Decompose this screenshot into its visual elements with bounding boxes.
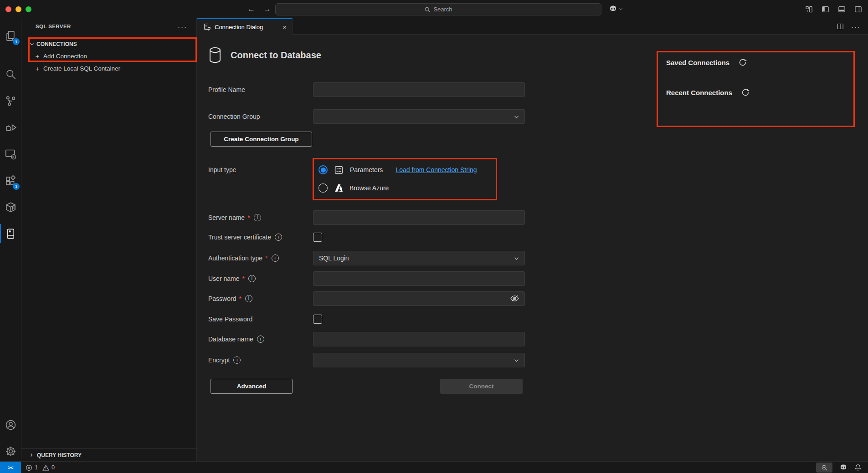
tab-close-icon[interactable]: ×: [282, 23, 287, 31]
customize-layout-icon[interactable]: [805, 5, 813, 13]
connection-dialog-tab-icon: [204, 23, 211, 31]
toggle-secondary-sidebar-icon[interactable]: [854, 5, 862, 13]
profile-name-label: Profile Name: [208, 86, 245, 93]
chevron-down-icon: [514, 357, 519, 363]
zoom-status-button[interactable]: [816, 463, 832, 473]
chevron-down-icon: [619, 7, 623, 11]
sql-server-view-icon[interactable]: [0, 223, 21, 244]
copilot-icon: [609, 5, 617, 13]
saved-connections-label: Saved Connections: [666, 59, 729, 66]
server-name-input[interactable]: [313, 210, 525, 225]
password-input[interactable]: [313, 291, 525, 306]
trust-server-certificate-checkbox[interactable]: [313, 233, 322, 242]
forward-button[interactable]: →: [263, 0, 271, 18]
copilot-menu[interactable]: [609, 5, 623, 13]
info-icon[interactable]: [257, 336, 264, 343]
problems-status[interactable]: 1 0: [26, 462, 55, 473]
run-debug-icon[interactable]: [0, 117, 21, 138]
required-marker: *: [247, 214, 250, 221]
required-marker: *: [242, 275, 244, 282]
remote-icon: ><: [8, 465, 13, 470]
azure-icon: [334, 183, 343, 193]
extensions-icon[interactable]: 1: [0, 170, 21, 192]
input-type-label: Input type: [208, 166, 236, 173]
primary-sidebar: SQL SERVER ··· CONNECTIONS + Add Connect…: [21, 18, 197, 461]
connections-section-header[interactable]: CONNECTIONS: [21, 38, 196, 50]
connect-button[interactable]: Connect: [440, 379, 523, 394]
remote-indicator[interactable]: ><: [0, 462, 21, 473]
explorer-icon[interactable]: 1: [0, 25, 21, 47]
user-name-input[interactable]: [313, 271, 525, 286]
close-window-button[interactable]: [5, 6, 11, 12]
connection-group-select[interactable]: [313, 109, 525, 124]
save-password-checkbox[interactable]: [313, 315, 322, 324]
database-name-input[interactable]: [313, 332, 525, 346]
title-bar: ← → Search: [0, 0, 868, 18]
copilot-status-icon[interactable]: [839, 463, 847, 472]
sidebar-more-actions[interactable]: ···: [178, 23, 187, 31]
advanced-button[interactable]: Advanced: [211, 379, 293, 394]
status-bar: >< 1 0: [0, 461, 868, 473]
parameters-icon: [334, 165, 344, 175]
remote-explorer-icon[interactable]: [0, 143, 21, 165]
extensions-badge: 1: [13, 183, 20, 190]
info-icon[interactable]: [275, 234, 282, 241]
toggle-primary-sidebar-icon[interactable]: [822, 5, 829, 13]
connection-dialog-form: Connect to Database Profile Name Connect…: [208, 35, 527, 444]
container-tools-icon[interactable]: [0, 196, 21, 218]
editor-more-actions[interactable]: ···: [851, 23, 861, 31]
info-icon[interactable]: [248, 275, 256, 282]
dialog-heading: Connect to Database: [231, 50, 321, 61]
plus-icon: +: [35, 52, 40, 60]
required-marker: *: [265, 254, 267, 262]
password-label: Password: [208, 295, 236, 302]
create-connection-group-button[interactable]: Create Connection Group: [211, 132, 312, 147]
encrypt-select[interactable]: [313, 353, 525, 367]
query-history-section-header[interactable]: QUERY HISTORY: [21, 448, 196, 461]
browse-azure-option-label[interactable]: Browse Azure: [349, 184, 389, 192]
add-connection-item[interactable]: + Add Connection: [21, 50, 196, 62]
server-name-label: Server name: [208, 214, 245, 221]
trust-server-certificate-label: Trust server certificate: [208, 234, 271, 241]
info-icon[interactable]: [245, 295, 252, 302]
browse-azure-radio[interactable]: [318, 183, 328, 193]
toggle-panel-icon[interactable]: [838, 5, 846, 13]
sidebar-header: SQL SERVER ···: [21, 18, 196, 35]
settings-gear-icon[interactable]: [0, 440, 21, 462]
info-icon[interactable]: [272, 254, 279, 262]
database-icon: [208, 47, 222, 63]
minimize-window-button[interactable]: [15, 6, 21, 12]
notifications-bell-icon[interactable]: [854, 464, 862, 471]
tab-connection-dialog[interactable]: Connection Dialog ×: [197, 18, 293, 35]
accounts-icon[interactable]: [0, 414, 21, 436]
refresh-icon[interactable]: [741, 88, 750, 97]
parameters-option-label[interactable]: Parameters: [350, 166, 383, 173]
error-count: 1: [35, 464, 38, 471]
create-local-sql-container-label: Create Local SQL Container: [43, 65, 120, 72]
search-placeholder: Search: [433, 6, 452, 13]
maximize-window-button[interactable]: [26, 6, 31, 12]
user-name-label: User name: [208, 275, 239, 282]
info-icon[interactable]: [233, 356, 241, 364]
command-center-search[interactable]: Search: [275, 3, 601, 15]
source-control-icon[interactable]: [0, 90, 21, 112]
load-from-connection-string-link[interactable]: Load from Connection String: [395, 166, 477, 173]
profile-name-input[interactable]: [313, 82, 525, 97]
search-view-icon[interactable]: [0, 63, 21, 85]
authentication-type-select[interactable]: SQL Login: [313, 251, 525, 265]
saved-connections-header: Saved Connections: [666, 58, 747, 66]
right-panel-separator: [655, 35, 655, 461]
required-marker: *: [239, 295, 241, 302]
parameters-radio[interactable]: [318, 165, 328, 174]
eye-off-icon[interactable]: [510, 294, 519, 303]
warning-icon: [42, 464, 49, 471]
create-local-sql-container-item[interactable]: + Create Local SQL Container: [21, 62, 196, 74]
chevron-down-icon: [514, 114, 519, 120]
chevron-down-icon: [514, 255, 519, 261]
refresh-icon[interactable]: [739, 58, 747, 66]
split-editor-icon[interactable]: [837, 23, 844, 30]
info-icon[interactable]: [254, 214, 261, 221]
sidebar-title: SQL SERVER: [36, 24, 71, 29]
back-button[interactable]: ←: [247, 0, 255, 18]
connection-group-label: Connection Group: [208, 113, 260, 120]
